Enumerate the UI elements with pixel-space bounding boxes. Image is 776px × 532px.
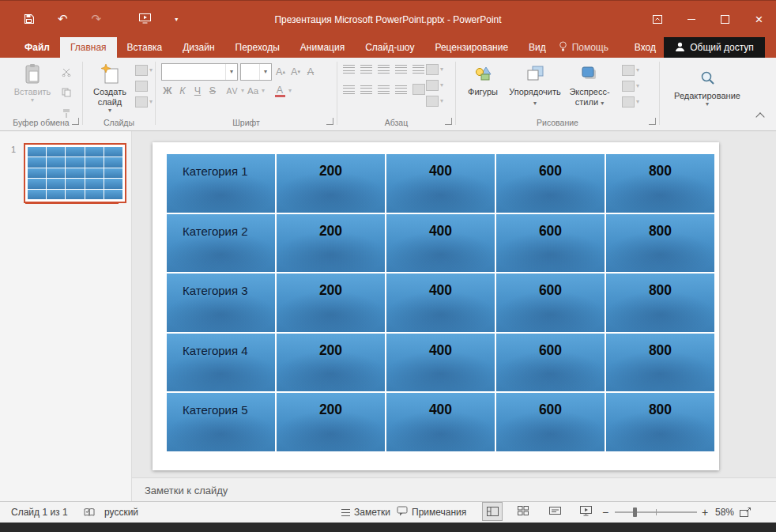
value-cell[interactable]: 200 — [277, 214, 385, 273]
shapes-button[interactable]: Фигуры — [461, 62, 505, 97]
category-cell[interactable]: Категория 5 — [167, 393, 275, 451]
slide-editor-canvas[interactable]: Категория 1 200 400 600 800 Категория 2 … — [132, 131, 776, 477]
zoom-out-button[interactable]: − — [602, 502, 608, 523]
tab-home[interactable]: Главная — [60, 37, 117, 58]
value-cell[interactable]: 800 — [606, 334, 714, 392]
start-slideshow-icon[interactable] — [139, 13, 151, 27]
value-cell[interactable]: 600 — [496, 393, 605, 451]
value-cell[interactable]: 200 — [277, 334, 385, 392]
slideshow-view-button[interactable] — [576, 502, 595, 519]
sign-in-button[interactable]: Вход — [635, 37, 656, 58]
minimize-icon[interactable] — [674, 1, 708, 38]
value-cell[interactable]: 600 — [496, 214, 605, 273]
category-cell[interactable]: Категория 1 — [167, 154, 275, 213]
tab-animations[interactable]: Анимация — [290, 37, 355, 58]
value-cell[interactable]: 400 — [386, 154, 495, 213]
tab-design[interactable]: Дизайн — [172, 37, 224, 58]
clipboard-dialog-launcher[interactable] — [72, 118, 79, 125]
slide[interactable]: Категория 1 200 400 600 800 Категория 2 … — [153, 142, 719, 470]
zoom-in-button[interactable]: + — [702, 502, 708, 523]
fit-slide-to-window-icon[interactable] — [740, 502, 752, 523]
qat-customize-icon[interactable]: ▾ — [175, 17, 178, 23]
language-indicator[interactable]: русский — [104, 502, 138, 523]
shape-fill-button[interactable]: ▾ — [622, 65, 639, 76]
zoom-level[interactable]: 58% — [715, 502, 734, 523]
tab-transitions[interactable]: Переходы — [225, 37, 290, 58]
bold-button[interactable]: Ж — [161, 84, 174, 98]
undo-icon[interactable]: ↶ — [58, 13, 68, 25]
clear-formatting-icon[interactable]: А — [304, 65, 317, 79]
italic-button[interactable]: К — [176, 84, 189, 98]
value-cell[interactable]: 800 — [606, 393, 714, 451]
value-cell[interactable]: 600 — [496, 334, 605, 392]
reset-slide-button[interactable] — [135, 81, 153, 92]
value-cell[interactable]: 200 — [277, 393, 385, 451]
notes-toggle[interactable]: Заметки — [341, 502, 390, 523]
font-size-combo[interactable]: ▾ — [240, 63, 272, 81]
numbering-icon[interactable] — [360, 65, 372, 74]
save-icon[interactable] — [24, 13, 34, 27]
value-cell[interactable]: 800 — [606, 154, 714, 213]
value-cell[interactable]: 400 — [386, 334, 495, 392]
value-cell[interactable]: 200 — [277, 274, 385, 332]
convert-smartart-button[interactable]: ▾ — [426, 96, 443, 107]
slide-layout-button[interactable]: ▾ — [135, 65, 153, 76]
new-slide-button[interactable]: Создать слайд ▾ — [86, 62, 134, 114]
ribbon-display-options-icon[interactable] — [640, 1, 674, 38]
text-direction-button[interactable]: ▾ — [426, 64, 443, 75]
align-center-icon[interactable] — [360, 85, 372, 94]
value-cell[interactable]: 600 — [496, 154, 605, 213]
shape-effects-button[interactable]: ▾ — [622, 96, 639, 108]
paragraph-dialog-launcher[interactable] — [445, 118, 452, 125]
tab-view[interactable]: Вид — [518, 37, 556, 58]
normal-view-button[interactable] — [482, 502, 503, 521]
justify-icon[interactable] — [395, 85, 407, 94]
slide-thumbnail[interactable] — [24, 143, 126, 203]
value-cell[interactable]: 400 — [386, 214, 495, 273]
value-cell[interactable]: 800 — [606, 274, 714, 332]
section-button[interactable]: ▾ — [135, 96, 153, 108]
maximize-icon[interactable] — [708, 1, 742, 38]
change-case-button[interactable]: Aa — [247, 84, 259, 98]
category-cell[interactable]: Категория 3 — [167, 274, 275, 332]
underline-button[interactable]: Ч — [191, 84, 204, 98]
zoom-slider[interactable] — [615, 502, 697, 523]
share-button[interactable]: Общий доступ — [664, 37, 765, 58]
spellcheck-icon[interactable] — [84, 502, 95, 523]
close-icon[interactable]: × — [742, 1, 776, 38]
value-cell[interactable]: 800 — [606, 214, 714, 273]
tab-file[interactable]: Файл — [14, 37, 60, 58]
category-cell[interactable]: Категория 2 — [167, 214, 275, 273]
comments-toggle[interactable]: Примечания — [397, 502, 466, 523]
character-spacing-button[interactable]: AV — [226, 84, 239, 98]
tab-slideshow[interactable]: Слайд-шоу — [355, 37, 424, 58]
notes-pane[interactable]: Заметки к слайду — [132, 477, 776, 502]
font-name-combo[interactable]: ▾ — [161, 63, 238, 81]
shape-outline-button[interactable]: ▾ — [622, 81, 639, 92]
value-cell[interactable]: 600 — [496, 274, 605, 332]
font-color-button[interactable]: А — [273, 85, 286, 97]
strikethrough-button[interactable]: S — [206, 84, 219, 98]
drawing-dialog-launcher[interactable] — [649, 118, 656, 125]
indent-decrease-icon[interactable] — [378, 65, 390, 74]
tab-review[interactable]: Рецензирование — [424, 37, 518, 58]
tab-insert[interactable]: Вставка — [117, 37, 173, 58]
value-cell[interactable]: 200 — [277, 154, 385, 213]
grow-font-icon[interactable]: А▴ — [274, 65, 287, 79]
zoom-slider-track[interactable] — [615, 511, 697, 513]
value-cell[interactable]: 400 — [386, 274, 495, 332]
value-cell[interactable]: 400 — [386, 393, 495, 451]
align-text-button[interactable]: ▾ — [426, 80, 443, 91]
bullets-icon[interactable] — [343, 65, 355, 74]
help-button[interactable]: Помощь — [559, 37, 608, 58]
indent-increase-icon[interactable] — [395, 65, 407, 74]
align-right-icon[interactable] — [378, 85, 390, 94]
arrange-button[interactable]: Упорядочить ▾ — [507, 62, 563, 108]
paste-button[interactable]: Вставить ▾ — [9, 62, 55, 104]
shrink-font-icon[interactable]: А▾ — [289, 65, 302, 79]
slide-sorter-view-button[interactable] — [514, 502, 533, 519]
align-left-icon[interactable] — [343, 85, 355, 94]
zoom-slider-thumb[interactable] — [633, 507, 637, 517]
category-cell[interactable]: Категория 4 — [167, 334, 275, 392]
reading-view-button[interactable] — [545, 502, 564, 519]
